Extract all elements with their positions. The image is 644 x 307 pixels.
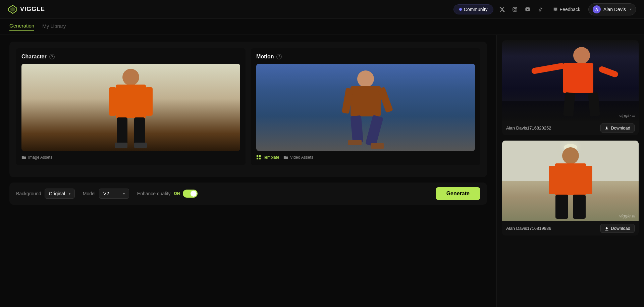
- enhance-toggle[interactable]: [183, 190, 198, 198]
- motion-leg-right: [365, 115, 383, 147]
- motion-section: Motion ?: [251, 48, 480, 165]
- video-bg-2: viggle.ai: [502, 141, 639, 221]
- character-shoe-right: [134, 143, 147, 148]
- folder-icon: [21, 155, 26, 160]
- character-image-area[interactable]: [21, 64, 240, 151]
- svg-point-4: [516, 8, 516, 8]
- download-icon-1: [605, 126, 609, 130]
- right-panel: viggle.ai Alan Davis1716820252 Download: [496, 35, 644, 307]
- enhance-toggle-group: ON: [174, 190, 198, 198]
- motion-figure: [345, 69, 386, 149]
- logo: VIGGLE: [8, 5, 45, 14]
- svg-rect-6: [259, 155, 261, 157]
- character-arm-right: [145, 87, 153, 116]
- model-label: Model: [83, 191, 96, 196]
- user-menu-button[interactable]: A Alan Davis ▾: [588, 3, 636, 15]
- video-folder-icon: [283, 155, 288, 160]
- model-select[interactable]: V2 ▾: [99, 189, 129, 199]
- dancer-head: [573, 47, 590, 64]
- svg-marker-1: [10, 7, 15, 12]
- watermark-1: viggle.ai: [619, 113, 635, 118]
- logo-text: VIGGLE: [20, 6, 45, 13]
- character-leg-right: [134, 117, 145, 144]
- download-button-2[interactable]: Download: [600, 224, 635, 233]
- video-name-2: Alan Davis1716819936: [506, 226, 551, 231]
- svg-rect-5: [257, 155, 258, 157]
- toggle-thumb: [191, 191, 197, 197]
- motion-leg-left: [351, 115, 364, 143]
- video-card-1: viggle.ai Alan Davis1716820252 Download: [502, 40, 639, 135]
- motion-help-icon[interactable]: ?: [276, 54, 282, 59]
- standing-leg-right: [573, 195, 586, 219]
- dancer-leg-left: [563, 92, 575, 116]
- motion-head: [357, 70, 374, 87]
- character-assets-bar: Image Assets: [21, 155, 240, 160]
- motion-assets-bar: Template Video Assets: [256, 155, 475, 160]
- character-torso: [116, 85, 146, 118]
- background-chevron-icon: ▾: [69, 192, 70, 196]
- work-area: Character ?: [9, 42, 487, 177]
- character-help-icon[interactable]: ?: [49, 54, 55, 59]
- motion-header: Motion ?: [256, 54, 475, 60]
- community-button[interactable]: Community: [453, 4, 493, 14]
- video-bg-1: viggle.ai: [502, 40, 639, 121]
- template-icon: [256, 155, 261, 160]
- standing-torso: [555, 163, 586, 195]
- character-arm-left: [109, 87, 116, 116]
- character-title: Character: [21, 54, 47, 60]
- dancer-arm-right: [598, 65, 619, 78]
- youtube-icon[interactable]: [523, 5, 532, 14]
- model-chevron-icon: ▾: [123, 192, 125, 196]
- x-icon[interactable]: [497, 5, 507, 14]
- video-assets-tag[interactable]: Video Assets: [283, 155, 313, 160]
- video-meta-2: Alan Davis1716819936 Download: [502, 221, 639, 236]
- sections-row: Character ?: [16, 48, 480, 165]
- tab-generation[interactable]: Generation: [9, 23, 34, 31]
- standing-arm-right: [585, 166, 592, 194]
- dancer-leg-right: [588, 92, 600, 116]
- svg-rect-8: [259, 158, 261, 159]
- nav-tabs: Generation My Library: [0, 19, 644, 35]
- standing-figure: [549, 147, 592, 219]
- character-figure: [111, 67, 151, 148]
- standing-arm-left: [549, 166, 556, 194]
- video-thumbnail-1: viggle.ai: [502, 40, 639, 121]
- avatar: A: [593, 5, 601, 13]
- enhance-control: Enhance quality ON: [137, 190, 198, 198]
- generate-button[interactable]: Generate: [436, 187, 480, 200]
- standing-leg-left: [555, 195, 568, 219]
- character-section: Character ?: [16, 48, 246, 165]
- tiktok-icon[interactable]: [536, 5, 545, 14]
- video-card-2: viggle.ai Alan Davis1716819936 Download: [502, 141, 639, 236]
- motion-shoe-left: [348, 140, 362, 145]
- motion-image-area[interactable]: [256, 64, 475, 151]
- background-select[interactable]: Original ▾: [45, 189, 75, 199]
- video-meta-1: Alan Davis1716820252 Download: [502, 121, 639, 135]
- instagram-icon[interactable]: [510, 5, 520, 14]
- image-assets-tag[interactable]: Image Assets: [21, 155, 52, 160]
- chevron-down-icon: ▾: [630, 7, 632, 11]
- motion-shoe-right: [371, 143, 384, 149]
- video-thumbnail-2: viggle.ai: [502, 141, 639, 221]
- social-icons: [497, 5, 545, 14]
- tab-my-library[interactable]: My Library: [42, 23, 66, 30]
- character-shoe-left: [115, 143, 127, 148]
- character-head: [122, 69, 139, 86]
- svg-rect-7: [257, 158, 258, 159]
- dancer-torso: [563, 63, 593, 93]
- motion-title: Motion: [256, 54, 274, 60]
- svg-point-3: [514, 8, 516, 10]
- background-label: Background: [16, 191, 41, 196]
- video-name-1: Alan Davis1716820252: [506, 125, 551, 131]
- main-layout: Character ?: [0, 35, 644, 307]
- download-button-1[interactable]: Download: [600, 123, 635, 133]
- background-control: Background Original ▾: [16, 189, 75, 199]
- enhance-label: Enhance quality: [137, 191, 171, 196]
- feedback-button[interactable]: Feedback: [549, 5, 584, 14]
- left-panel: Character ?: [0, 35, 496, 307]
- motion-torso: [351, 86, 381, 116]
- template-tag[interactable]: Template: [256, 155, 279, 160]
- watermark-2: viggle.ai: [619, 213, 635, 218]
- dancer-figure: [551, 47, 612, 117]
- standing-head: [562, 147, 579, 164]
